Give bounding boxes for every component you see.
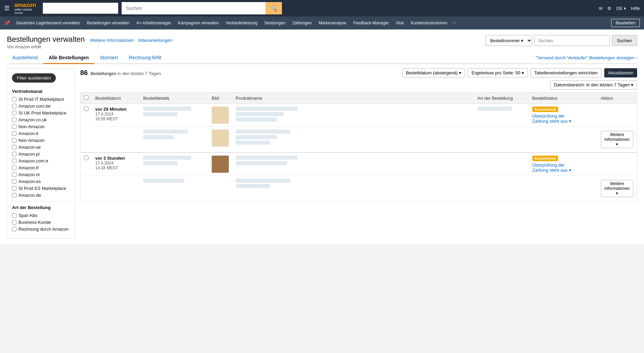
- further-info-button-1[interactable]: Weitere Informationen ▾: [601, 131, 633, 148]
- col-checkbox: [80, 93, 92, 104]
- order-search-button[interactable]: Suchen: [612, 35, 637, 46]
- label-amazon-be: Amazon.com.be: [18, 104, 51, 109]
- checkbox-amazon-tr[interactable]: [12, 159, 16, 163]
- table-body: vor 29 Minuten 17.4.2024 16:59 MEST: [80, 104, 637, 202]
- tab-rechnung-fehlt[interactable]: Rechnung fehlt: [123, 52, 166, 64]
- content-area: Filter ausblenden Vertriebskanal SI Prod…: [7, 68, 637, 239]
- row1-product: [232, 104, 474, 127]
- row4-product-blur-1: [236, 179, 290, 183]
- col-bestellstatus: Bestellstatus: [529, 93, 597, 104]
- checkbox-amazon-es[interactable]: [12, 179, 16, 184]
- sort-button[interactable]: Bestelldatum (absteigend) ▾: [402, 68, 465, 77]
- nav-verkaufer[interactable]: Verkäuferleistung: [222, 16, 261, 29]
- row3-status-badge: Ausstehend: [532, 156, 558, 161]
- bearbeiten-button[interactable]: Bearbeiten: [611, 19, 640, 27]
- checkbox-si-uk[interactable]: [12, 111, 16, 115]
- main-search-button[interactable]: 🔍: [265, 2, 282, 14]
- row3-time-ago: vor 3 Stunden: [95, 156, 136, 161]
- top-search-input[interactable]: [43, 3, 118, 14]
- checkbox-amazon-fr[interactable]: [12, 166, 16, 170]
- date-range-button[interactable]: Datumsbereich: in den letzten 7 Tagen ▾: [550, 80, 637, 89]
- row1-product-image: [212, 107, 229, 124]
- tab-alle-bestellungen[interactable]: Alle Bestellungen: [43, 52, 94, 64]
- more-nav-icon[interactable]: ···: [452, 20, 457, 26]
- row3-img: [208, 153, 232, 176]
- row3-detail-blur-2: [143, 161, 177, 165]
- row4-date: [92, 176, 140, 202]
- search-type-dropdown[interactable]: Bestellnummer ▾: [486, 35, 532, 46]
- label-amazon-tr: Amazon.com.tr: [18, 158, 48, 163]
- per-page-button[interactable]: Ergebnisse pro Seite: 50 ▾: [468, 68, 528, 77]
- row1-status-link2[interactable]: Zahlung steht aus ▾: [532, 119, 594, 124]
- pin-icon[interactable]: 📌: [4, 20, 10, 26]
- checkbox-non-amazon-2[interactable]: [12, 138, 16, 143]
- checkbox-business-kunde[interactable]: [12, 220, 16, 224]
- page-header: Bestellungen verwalten Weitere Informati…: [7, 35, 637, 49]
- checkbox-amazon-be[interactable]: [12, 104, 16, 108]
- nav-kundenrezensionen[interactable]: Kundenrezensionen: [407, 16, 451, 29]
- row1-select-checkbox[interactable]: [84, 107, 88, 111]
- main-search-input[interactable]: [122, 2, 265, 14]
- nav-zahlungen[interactable]: Zahlungen: [289, 16, 315, 29]
- row3-status-link1[interactable]: Überprüfung der: [532, 162, 594, 168]
- tab-ausstehend[interactable]: Ausstehend: [7, 52, 43, 64]
- row2-checkbox: [80, 127, 92, 153]
- checkbox-non-amazon-1[interactable]: [12, 124, 16, 129]
- row2-status: [529, 127, 597, 153]
- checkbox-amazon-se[interactable]: [12, 145, 16, 149]
- refresh-button[interactable]: Aktualisieren: [604, 68, 637, 77]
- label-non-amazon-1: Non-Amazon: [18, 124, 45, 129]
- nav-vine[interactable]: Vine: [392, 16, 407, 29]
- table-controls-top: 86 Bestellungen in den letzten 7 Tagen B…: [80, 68, 637, 77]
- nav-sendungen[interactable]: Sendungen: [261, 16, 289, 29]
- more-info-link[interactable]: Weitere Informationen: [90, 38, 134, 43]
- checkbox-amazon-co-uk[interactable]: [12, 118, 16, 122]
- tab-storniert[interactable]: Storniert: [94, 52, 123, 64]
- settings-icon[interactable]: ⚙: [607, 6, 611, 11]
- table-settings-button[interactable]: Tabelleneinstellungen einrichten: [531, 68, 602, 77]
- checkbox-rechnung-amazon[interactable]: [12, 227, 16, 231]
- nav-bestellungen[interactable]: Bestellungen verwalten: [84, 16, 133, 29]
- table-right-controls: Bestelldatum (absteigend) ▾ Ergebnisse p…: [402, 68, 637, 77]
- row1-type: [474, 104, 529, 127]
- nav-markenanalyse[interactable]: Markenanalyse: [315, 16, 350, 29]
- table-header-row: Bestelldatum Bestelldetails Bild Produkt…: [80, 93, 637, 104]
- filter-toggle-button[interactable]: Filter ausblenden: [12, 73, 56, 83]
- nav-lagerbestand[interactable]: Gesamten Lagerbestand verwalten: [13, 16, 84, 29]
- checkbox-spar-abo[interactable]: [12, 213, 16, 218]
- row4-detail-blur-1: [143, 179, 184, 183]
- row4-action: Weitere Informationen ▾: [597, 176, 637, 202]
- table-area: 86 Bestellungen in den letzten 7 Tagen B…: [80, 68, 637, 239]
- row1-img: [208, 104, 232, 127]
- menu-icon[interactable]: ☰: [4, 4, 10, 12]
- row2-action: Weitere Informationen ▾: [597, 127, 637, 153]
- mail-icon[interactable]: ✉: [599, 6, 603, 11]
- row3-product-blur-2: [236, 161, 287, 165]
- checkbox-amazon-de[interactable]: [12, 193, 16, 197]
- select-all-checkbox[interactable]: [84, 95, 88, 100]
- row3-status-link2[interactable]: Zahlung steht aus ▾: [532, 168, 594, 173]
- checkbox-amazon-it[interactable]: [12, 131, 16, 136]
- row2-date: [92, 127, 140, 153]
- checkbox-amazon-nl[interactable]: [12, 172, 16, 177]
- row1-status-link1[interactable]: Überprüfung der: [532, 113, 594, 119]
- help-link[interactable]: Hilfe: [631, 6, 640, 11]
- further-info-button-2[interactable]: Weitere Informationen ▾: [601, 180, 633, 197]
- language-selector[interactable]: DE ▾: [616, 6, 626, 11]
- checkbox-si-prod-it[interactable]: [12, 97, 16, 101]
- label-amazon-co-uk: Amazon.co.uk: [18, 117, 47, 122]
- filter-amazon-co-uk: Amazon.co.uk: [12, 117, 70, 122]
- checkbox-amazon-pl[interactable]: [12, 152, 16, 156]
- nav-kampagnen[interactable]: Kampagnen verwalten: [175, 16, 222, 29]
- row3-select-checkbox[interactable]: [84, 156, 88, 160]
- order-search-input[interactable]: [534, 35, 610, 46]
- versand-link[interactable]: "Versand durch Verkäufer"-Bestellungen a…: [536, 55, 637, 60]
- nav-feedback[interactable]: Feedback-Manager: [350, 16, 392, 29]
- row2-img: [208, 127, 232, 153]
- checkbox-si-prod-es[interactable]: [12, 186, 16, 191]
- video-link[interactable]: Videoanleitungen: [138, 38, 172, 43]
- page-subtitle: Von Amazon erfüllt: [7, 45, 175, 49]
- nav-aplus[interactable]: A+-Inhaltsmanager: [133, 16, 175, 29]
- row2-product: [232, 127, 474, 153]
- row4-checkbox: [80, 176, 92, 202]
